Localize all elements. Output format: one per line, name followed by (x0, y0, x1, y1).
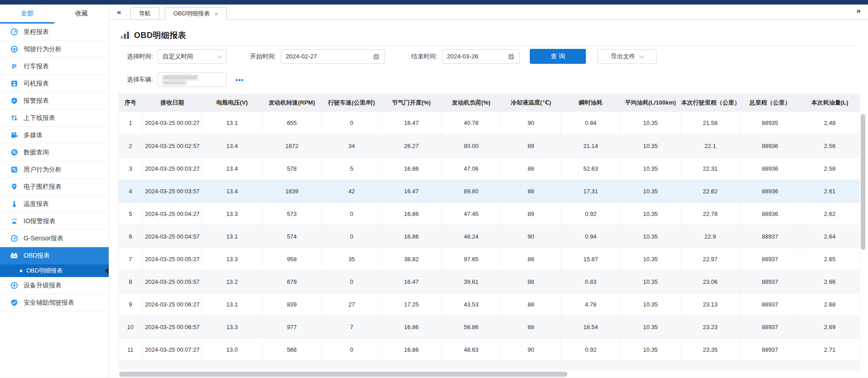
table-cell: 10.35 (621, 270, 681, 293)
table-cell: 2024-03-25 00:04:57 (143, 225, 202, 248)
table-cell: 573 (262, 202, 322, 225)
table-row[interactable]: 102024-03-25 00:06:5713.3977716.8656.868… (119, 316, 860, 338)
obd-report-table: 序号接收日期电瓶电压(V)发动机转速(RPM)行驶车速(公里/时)节气门开度(%… (118, 94, 861, 370)
sidebar-item[interactable]: 数据查询 (0, 144, 109, 161)
table-cell: 2.68 (800, 293, 860, 316)
sidebar-item[interactable]: 驾驶行为分析 (0, 41, 109, 58)
sidebar-tab-all[interactable]: 全部 (0, 5, 54, 24)
workspace-tab-label: OBD明细报表 (173, 10, 210, 18)
expand-tabs-icon[interactable]: » (853, 5, 864, 17)
shield-check-icon (10, 299, 18, 307)
sidebar-item[interactable]: 安全辅助驾驶报表 (0, 294, 109, 311)
start-time-label: 开始时间: (235, 53, 281, 61)
sidebar-item[interactable]: G-Sensor报表 (0, 230, 109, 247)
table-row[interactable]: 22024-03-25 00:02:5713.418723426.2780.00… (119, 134, 860, 157)
query-button[interactable]: 查 询 (530, 49, 586, 64)
table-cell: 88937 (740, 225, 800, 248)
table-cell: 0 (322, 225, 382, 248)
more-vehicles-button[interactable]: ••• (235, 76, 244, 84)
vertical-scrollbar-thumb[interactable] (861, 114, 865, 250)
user-analysis-icon (10, 166, 18, 174)
sidebar-item[interactable]: 电子围栏报表 (0, 178, 109, 196)
time-range-select[interactable]: 自定义时间 (158, 49, 226, 64)
table-row[interactable]: 62024-03-25 00:04:5713.1574016.8648.2490… (119, 225, 860, 248)
table-cell: 2024-03-25 00:07:27 (143, 338, 202, 361)
sidebar-item[interactable]: P 行车报表 (0, 58, 109, 75)
sidebar-item[interactable]: 多媒体 (0, 127, 109, 144)
table-cell: 4 (119, 180, 143, 202)
table-cell: 977 (262, 316, 322, 338)
table-cell: 89.80 (441, 180, 501, 202)
table-cell: 13.1 (202, 225, 262, 248)
table-row[interactable]: 12024-03-25 00:00:2713.1655016.4740.7890… (119, 112, 860, 134)
table-cell: 80.00 (441, 134, 501, 157)
workspace-tab[interactable]: 导航 (130, 7, 159, 20)
workspace-tabstrip: « 导航 OBD明细报表 ×» (110, 5, 868, 20)
sidebar-tab-favorites[interactable]: 收藏 (54, 5, 109, 24)
table-cell: 89 (501, 202, 561, 225)
column-header: 序号 (119, 94, 143, 112)
column-header: 本次耗油量(L) (800, 94, 860, 112)
workspace-tab[interactable]: OBD明细报表 × (165, 7, 227, 20)
table-cell: 11 (119, 338, 143, 361)
vehicle-select-input[interactable] (158, 72, 226, 87)
table-row[interactable]: 32024-03-25 00:03:2713.4578516.8647.0688… (119, 157, 860, 180)
table-cell: 0.83 (561, 270, 621, 293)
table-cell: 2.72 (800, 361, 860, 370)
sidebar-subitem[interactable]: OBD明细报表 (0, 264, 109, 277)
table-cell: 88937 (740, 293, 800, 316)
sidebar-item[interactable]: 上下线报表 (0, 110, 109, 127)
table-cell: 88937 (740, 361, 800, 370)
horizontal-scrollbar-thumb[interactable] (119, 372, 567, 377)
table-cell: 2 (119, 134, 143, 157)
sidebar-item-label: 温度报表 (24, 200, 49, 208)
end-date-input[interactable]: 2024-03-26 (442, 49, 520, 64)
column-header: 瞬时油耗 (561, 94, 621, 112)
table-cell: 10.35 (621, 316, 681, 338)
table-cell: 2024-03-25 00:06:57 (143, 316, 202, 338)
table-cell: 6 (119, 225, 143, 248)
table-cell: 2.61 (800, 180, 860, 202)
sidebar-item[interactable]: 司机报表 (0, 75, 109, 92)
table-row[interactable]: 112024-03-25 00:07:2713.0568016.8648.639… (119, 338, 860, 361)
start-date-input[interactable]: 2024-02-27 (281, 49, 385, 64)
table-cell: 839 (262, 293, 322, 316)
table-row[interactable]: 52024-03-25 00:04:2713.3573016.8647.4589… (119, 202, 860, 225)
sidebar-item[interactable]: 里程报表 (0, 24, 109, 41)
table-cell: 2.69 (800, 316, 860, 338)
sidebar-item-label: 报警报表 (24, 97, 49, 105)
export-file-button[interactable]: 导出文件 (598, 49, 657, 64)
table-row[interactable]: 92024-03-25 00:06:2713.18392717.2543.538… (119, 293, 860, 316)
svg-text:P: P (12, 62, 16, 70)
table-row[interactable]: 72024-03-25 00:05:2713.39583538.8297.658… (119, 248, 860, 270)
table-cell: 88937 (740, 248, 800, 270)
sidebar-item[interactable]: IO报警报表 (0, 213, 109, 230)
sidebar-item-label: 多媒体 (24, 131, 43, 139)
table-cell: 2.65 (800, 248, 860, 270)
close-tab-icon[interactable]: × (214, 10, 218, 17)
collapse-tabs-icon[interactable]: « (113, 6, 125, 18)
title-divider (120, 45, 859, 46)
workspace-tab-label: 导航 (139, 10, 151, 18)
table-cell: 22.9 (681, 225, 740, 248)
column-header: 冷却液温度(℃) (501, 94, 561, 112)
table-cell: 3 (119, 157, 143, 180)
sidebar-item[interactable]: 报警报表 (0, 92, 109, 110)
table-cell: 10 (119, 316, 143, 338)
table-cell: 574 (262, 225, 322, 248)
table-cell: 23.23 (681, 316, 740, 338)
table-cell: 47.06 (441, 157, 501, 180)
sidebar-item[interactable]: 设备升级报表 (0, 277, 109, 294)
end-time-label: 结束时间: (398, 53, 442, 61)
sidebar-item[interactable]: OBD报表 (0, 247, 109, 264)
table-row[interactable]: 122024-03-25 00:07:5713.217471421.0650.9… (119, 361, 860, 370)
horizontal-scrollbar[interactable] (118, 371, 861, 377)
table-row[interactable]: 42024-03-25 00:03:5713.418394216.4789.80… (119, 180, 860, 202)
table-row[interactable]: 82024-03-25 00:05:5713.2679016.4739.6188… (119, 270, 860, 293)
sidebar-item[interactable]: 温度报表 (0, 196, 109, 213)
table-cell: 16.86 (382, 157, 441, 180)
alarm-shield-icon (10, 97, 18, 105)
table-cell: 48.63 (441, 338, 501, 361)
sidebar-item[interactable]: 用户行为分析 (0, 161, 109, 178)
table-cell: 88 (501, 248, 561, 270)
